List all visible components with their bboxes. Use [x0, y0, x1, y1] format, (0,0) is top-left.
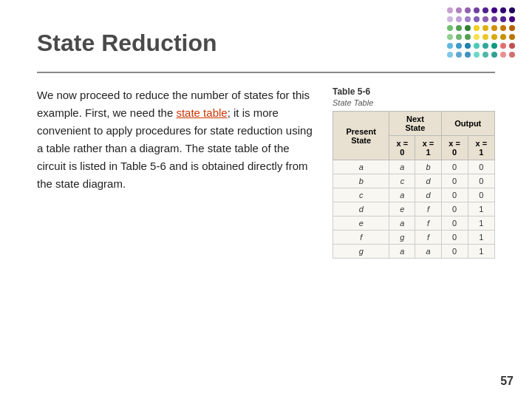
cell-ns1: f — [415, 202, 441, 216]
dot — [491, 25, 497, 31]
table-container: Table 5-6 State Table Present State Next… — [332, 86, 495, 259]
dot — [509, 43, 515, 49]
divider — [37, 72, 495, 73]
dot — [474, 34, 480, 40]
cell-out0: 0 — [441, 202, 468, 216]
table-row: eaf01 — [333, 216, 495, 231]
dot — [474, 25, 480, 31]
table-row: gaa01 — [333, 245, 495, 259]
dot — [482, 16, 488, 22]
state-table-body: aab00bcd00cad00def01eaf01fgf01gaa01 — [333, 160, 495, 259]
dot — [465, 16, 471, 22]
dot — [482, 7, 488, 13]
cell-present: c — [333, 188, 389, 202]
cell-ns1: d — [415, 188, 441, 202]
cell-ns1: d — [415, 174, 441, 188]
dot — [509, 34, 515, 40]
table-header-row-1: Present State Next State Output — [333, 112, 495, 136]
cell-ns0: a — [389, 216, 415, 231]
table-row: aab00 — [333, 160, 495, 174]
table-row: fgf01 — [333, 231, 495, 245]
cell-present: a — [333, 160, 389, 174]
dot — [456, 52, 462, 58]
dot — [447, 52, 453, 58]
decorative-dots — [447, 7, 521, 66]
cell-ns1: b — [415, 160, 441, 174]
dot — [509, 25, 515, 31]
cell-present: f — [333, 231, 389, 245]
dot — [491, 16, 497, 22]
x1-out-header: x = 1 — [468, 136, 494, 160]
present-state-header: Present State — [333, 112, 389, 160]
dot-grid — [447, 7, 521, 59]
dot — [447, 25, 453, 31]
dot — [482, 43, 488, 49]
dot — [509, 16, 515, 22]
x0-next-header: x = 0 — [389, 136, 415, 160]
cell-ns1: f — [415, 231, 441, 245]
dot — [474, 43, 480, 49]
dot — [500, 43, 506, 49]
dot — [482, 52, 488, 58]
cell-ns0: a — [389, 160, 415, 174]
cell-ns0: a — [389, 245, 415, 259]
table-row: bcd00 — [333, 174, 495, 188]
slide-title: State Reduction — [37, 30, 495, 57]
cell-ns1: a — [415, 245, 441, 259]
x1-next-header: x = 1 — [415, 136, 441, 160]
x0-out-header: x = 0 — [441, 136, 468, 160]
dot — [465, 34, 471, 40]
dot — [465, 52, 471, 58]
text-column: We now proceed to reduce the number of s… — [37, 86, 318, 259]
cell-out1: 0 — [468, 160, 494, 174]
cell-out0: 0 — [441, 174, 468, 188]
cell-out0: 0 — [441, 160, 468, 174]
cell-present: g — [333, 245, 389, 259]
cell-ns0: c — [389, 174, 415, 188]
cell-present: d — [333, 202, 389, 216]
dot — [500, 52, 506, 58]
table-row: def01 — [333, 202, 495, 216]
cell-out0: 0 — [441, 216, 468, 231]
dot — [474, 7, 480, 13]
dot — [474, 16, 480, 22]
dot — [456, 7, 462, 13]
cell-present: e — [333, 216, 389, 231]
cell-out1: 0 — [468, 188, 494, 202]
dot — [482, 25, 488, 31]
dot — [456, 16, 462, 22]
next-state-header: Next State — [389, 112, 441, 136]
dot — [474, 52, 480, 58]
table-row: cad00 — [333, 188, 495, 202]
dot — [509, 7, 515, 13]
cell-ns0: a — [389, 188, 415, 202]
content-area: We now proceed to reduce the number of s… — [37, 86, 495, 259]
cell-out1: 1 — [468, 231, 494, 245]
cell-out1: 0 — [468, 174, 494, 188]
dot — [491, 34, 497, 40]
page-number: 57 — [500, 375, 514, 388]
dot — [456, 43, 462, 49]
dot — [509, 52, 515, 58]
cell-ns0: e — [389, 202, 415, 216]
dot — [465, 25, 471, 31]
dot — [465, 43, 471, 49]
table-caption-sub: State Table — [332, 98, 495, 107]
table-caption: Table 5-6 — [332, 86, 495, 97]
state-table: Present State Next State Output x = 0 x … — [332, 111, 495, 259]
dot — [491, 43, 497, 49]
cell-present: b — [333, 174, 389, 188]
cell-out1: 1 — [468, 216, 494, 231]
dot — [491, 7, 497, 13]
cell-out0: 0 — [441, 245, 468, 259]
dot — [447, 16, 453, 22]
cell-ns0: g — [389, 231, 415, 245]
dot — [500, 34, 506, 40]
dot — [447, 34, 453, 40]
dot — [491, 52, 497, 58]
body-paragraph: We now proceed to reduce the number of s… — [37, 86, 318, 193]
dot — [456, 25, 462, 31]
cell-ns1: f — [415, 216, 441, 231]
slide: State Reduction We now proceed to reduce… — [0, 0, 532, 399]
cell-out1: 1 — [468, 245, 494, 259]
